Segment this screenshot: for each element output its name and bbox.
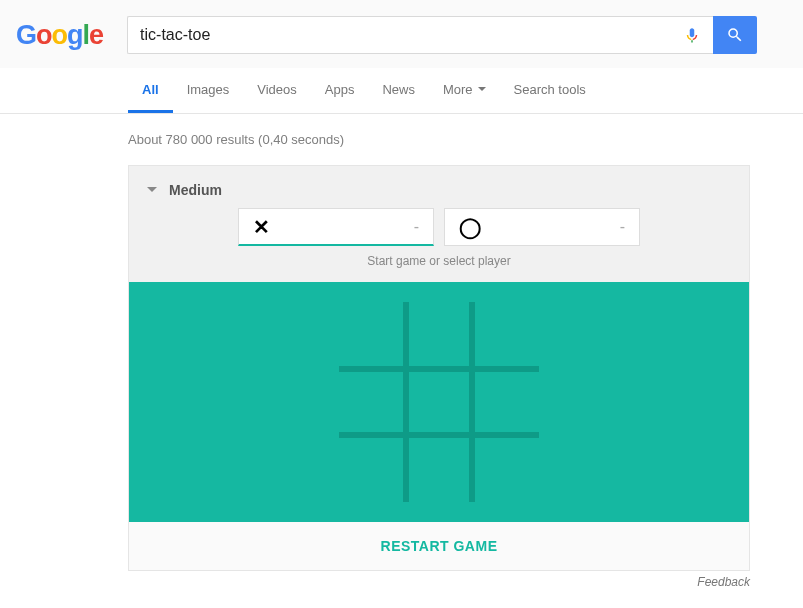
mic-icon[interactable]: [683, 23, 701, 47]
game-hint: Start game or select player: [129, 254, 749, 282]
tab-images[interactable]: Images: [173, 68, 244, 113]
search-input[interactable]: [140, 26, 683, 44]
search-tabs: All Images Videos Apps News More Search …: [0, 68, 803, 113]
search-tools[interactable]: Search tools: [500, 68, 600, 113]
chevron-down-icon: [147, 187, 157, 197]
google-logo[interactable]: Google: [16, 20, 103, 51]
search-icon: [726, 26, 744, 44]
player-x[interactable]: ✕ -: [238, 208, 434, 246]
tab-more[interactable]: More: [429, 68, 500, 113]
tab-all[interactable]: All: [128, 68, 173, 113]
grid: [339, 302, 539, 502]
o-mark-icon: ◯: [459, 215, 481, 239]
result-stats: About 780 000 results (0,40 seconds): [128, 132, 803, 147]
player-o[interactable]: ◯ -: [444, 208, 640, 246]
x-mark-icon: ✕: [253, 215, 270, 239]
restart-button[interactable]: RESTART GAME: [129, 522, 749, 570]
x-score: -: [414, 218, 419, 236]
tic-tac-toe-card: Medium ✕ - ◯ - Start game or select play…: [128, 165, 750, 571]
o-score: -: [620, 218, 625, 236]
search-bar: [127, 16, 757, 54]
content: About 780 000 results (0,40 seconds) Med…: [0, 114, 803, 589]
game-board[interactable]: [129, 282, 749, 522]
feedback-link[interactable]: Feedback: [128, 571, 750, 589]
difficulty-label: Medium: [169, 182, 222, 198]
tab-news[interactable]: News: [368, 68, 429, 113]
header: Google All Images Videos Apps News More …: [0, 0, 803, 114]
tab-apps[interactable]: Apps: [311, 68, 369, 113]
tab-videos[interactable]: Videos: [243, 68, 311, 113]
difficulty-selector[interactable]: Medium: [129, 166, 749, 208]
search-button[interactable]: [713, 16, 757, 54]
